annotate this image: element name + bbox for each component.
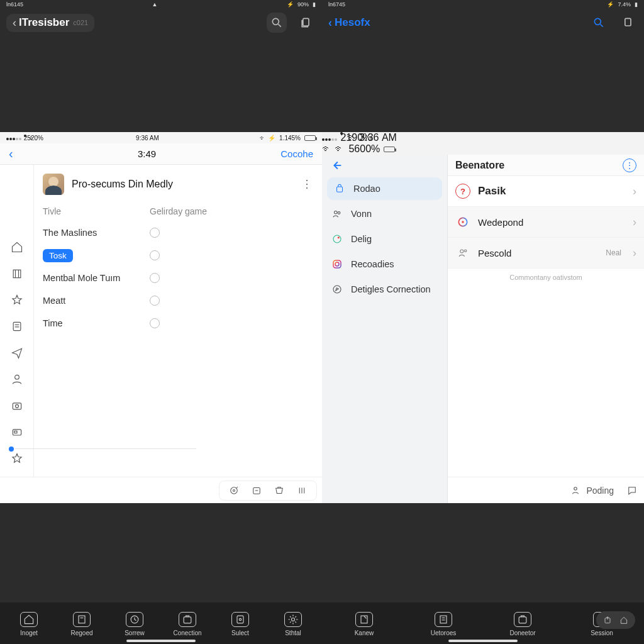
svg-rect-3 [13,270,21,278]
svg-rect-49 [519,616,526,623]
progress-line [15,448,196,449]
chevron-right-icon: › [633,216,636,229]
radio-icon[interactable] [150,250,160,260]
menu-recoadies[interactable]: Recoadies [322,252,447,277]
list-row[interactable]: Meatt [34,289,322,312]
list-row[interactable]: Tosk [34,244,322,267]
search-icon [592,16,605,29]
svg-rect-46 [440,616,447,623]
note-icon[interactable] [10,319,24,333]
panel-nav-action[interactable]: Cocohe [280,148,313,159]
inner-panel-left: 2520% ᯤ 9:36 AM ᯤ ⚡1.145% ‹ 3:49 Cocohe [0,132,322,503]
header-subtitle: c021 [73,19,88,26]
building-icon[interactable] [10,267,24,280]
svg-point-35 [333,235,341,243]
radio-icon[interactable] [150,296,160,306]
battery-icon [304,135,316,141]
detail-row-pasik[interactable]: ? Pasik › [448,176,644,207]
floating-action-pill[interactable] [596,611,635,629]
bars-icon[interactable] [296,485,308,496]
table-headers: Tivle Gelirday game [34,206,322,221]
radio-icon[interactable] [150,318,160,328]
send-icon[interactable] [10,346,24,360]
radio-icon[interactable] [150,228,160,238]
back-icon[interactable]: ‹ [13,16,16,30]
tab-kanew[interactable]: Kanew [325,612,404,636]
menu-delig[interactable]: Delig [322,226,447,252]
list-row[interactable]: Mentbal Mole Tuım [34,267,322,289]
svg-point-14 [231,487,238,494]
app-header: ‹ lTresisber c021 [0,9,322,36]
panel-footer [0,477,322,503]
tab-sulect[interactable]: Sulect [214,612,267,636]
svg-rect-37 [333,260,341,268]
search-button[interactable] [267,13,287,33]
info-button[interactable]: ⋮ [623,158,636,172]
avatar[interactable] [43,174,64,195]
comment-icon[interactable] [626,485,638,496]
right-screen: ln6745 ⚡ 7.4% ▮ ‹ Hesofx 2190% ᯤ 3:36 AM… [322,0,644,644]
kebab-icon[interactable]: ⋯ [301,179,314,191]
person-row: Pro-secums Din Medly ⋯ [34,165,322,206]
panel-nav-title: 3:49 [138,148,156,159]
panel-back-icon[interactable]: ‹ [9,147,13,161]
search-button[interactable] [589,13,609,33]
target-icon[interactable] [228,485,240,496]
person-icon[interactable] [10,372,24,386]
tab-uetoroes[interactable]: Uetoroes [404,612,483,636]
header-title: lTresisber [19,16,69,29]
detail-row-wedepond[interactable]: Wedepond › [448,207,644,238]
chip[interactable]: Tosk [43,249,73,262]
detail-caption: Commontany oativstom [448,269,644,286]
person-name: Pro-secums Din Medly [72,179,294,190]
device-status-bar: ln6745 ⚡ 7.4% ▮ [322,0,644,9]
menu-vonn[interactable]: Vonn [322,201,447,226]
svg-point-33 [335,211,338,214]
tab-conection[interactable]: Conection [161,612,214,636]
svg-line-29 [601,25,603,27]
svg-point-42 [460,250,464,253]
radio-icon[interactable] [150,273,160,283]
navcol-back[interactable] [322,155,447,176]
svg-point-15 [233,489,235,491]
poding-button[interactable]: Poding [570,485,614,496]
star2-icon[interactable] [10,452,24,465]
svg-rect-32 [337,187,343,192]
tab-inoget[interactable]: Inoget [3,612,55,636]
svg-line-1 [279,25,281,27]
detail-row-pescold[interactable]: Pescold Neal › [448,238,644,269]
header-title-chip[interactable]: ‹ lTresisber c021 [6,14,94,32]
star-icon[interactable] [10,293,24,307]
battery-pct: 90% [297,1,309,8]
camera-icon[interactable] [10,399,24,413]
list-row[interactable]: The Maslines [34,221,322,244]
home-indicator [448,640,518,642]
home-icon[interactable] [10,240,24,254]
header-title-chip[interactable]: ‹ Hesofx [328,16,370,30]
card-icon[interactable] [10,425,24,439]
svg-point-9 [14,375,19,379]
inner-clock: 9:36 AM [136,135,159,142]
tab-sthtal[interactable]: Sthtal [267,612,319,636]
list-row[interactable]: Time [34,312,322,335]
share-button[interactable] [618,13,638,33]
cart-icon[interactable] [274,485,285,496]
header-title: Hesofx [335,16,370,29]
archive-icon[interactable] [251,485,262,496]
inner-net: 1.145% [279,135,301,142]
back-icon[interactable]: ‹ [328,16,332,30]
export-icon [602,615,613,625]
tab-sorrew[interactable]: Sorrew [108,612,161,636]
detail-title: Beenatore [455,160,504,171]
svg-rect-10 [13,403,21,409]
menu-rodao[interactable]: Rodao [327,177,442,200]
tab-regoed[interactable]: Regoed [55,612,108,636]
device-time: ln6745 [328,1,345,8]
share-button[interactable] [296,13,316,33]
svg-rect-13 [14,431,16,433]
svg-point-28 [594,18,601,25]
inner-status-bar: 2190% ᯤ 3:36 AM ᯤ ᯤ5600% [322,132,644,155]
device-time: ln6145 [6,1,23,8]
menu-detigles[interactable]: Detigles Cornection [322,277,447,302]
tab-doneetor[interactable]: Doneetor [483,612,562,636]
